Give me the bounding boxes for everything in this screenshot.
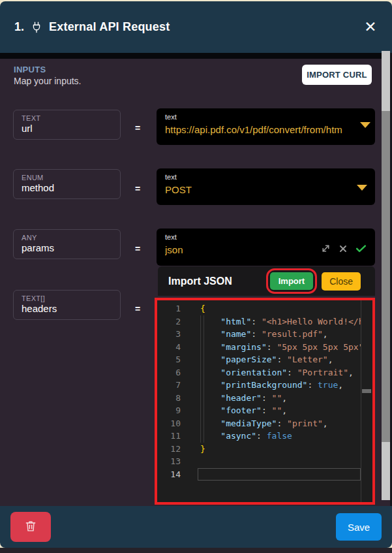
line-code[interactable]: "footer": "", [198,404,361,417]
line-number: 9 [157,404,181,417]
page-scrollbar-thumb[interactable] [382,111,390,442]
input-type-label: ANY [22,234,112,242]
line-number: 6 [157,366,181,379]
trash-icon [24,520,37,535]
step-number: 1. [14,20,24,34]
code-line[interactable]: 5 "paperSize": "Letter", [157,353,372,366]
confirm-check-icon[interactable] [355,242,367,257]
delete-button[interactable] [10,512,51,542]
modal-title: External API Request [49,20,170,34]
input-name-label: url [22,123,112,134]
line-code[interactable]: "async": false [198,430,361,443]
line-number: 8 [157,392,181,405]
line-number: 13 [157,455,181,468]
modal-footer: Save [0,506,392,548]
code-line[interactable]: 1{ [157,302,372,315]
dropdown-arrow-icon[interactable] [360,122,370,128]
close-panel-button[interactable]: Close [322,272,361,291]
editor-scrollbar-thumb[interactable] [362,389,371,393]
line-code[interactable]: { [198,302,361,315]
input-key-method[interactable]: ENUM method [13,169,121,199]
input-key-params[interactable]: ANY params [13,229,121,259]
value-type-label: text [165,173,367,181]
close-icon[interactable]: ✕ [361,17,380,37]
value-type-label: text [165,233,367,241]
input-value-params[interactable]: text json [157,229,375,266]
import-json-title: Import JSON [168,276,266,287]
import-curl-button[interactable]: IMPORT CURL [302,65,372,85]
input-type-label: TEXT[] [22,294,112,302]
line-number: 1 [157,302,181,315]
json-code-editor[interactable]: 1{2 "html": "<h1>Hello World!</h1>3 "nam… [155,298,375,505]
inputs-section-subtitle: Map your inputs. [14,76,82,86]
clear-icon[interactable] [338,244,348,257]
input-key-url[interactable]: TEXT url [13,110,121,140]
input-key-headers[interactable]: TEXT[] headers [13,290,121,320]
header-divider [0,53,392,59]
input-type-label: TEXT [22,114,112,122]
line-number: 3 [157,328,181,341]
indent-guide [200,315,201,443]
code-line[interactable]: 6 "orientation": "Portrait", [157,366,372,379]
line-code[interactable]: "margins": "5px 5px 5px 5px", [198,341,361,354]
equals-sign: = [132,244,143,254]
indent-guide [204,315,204,443]
code-line[interactable]: 8 "header": "", [157,392,372,405]
line-code[interactable]: "orientation": "Portrait", [198,366,361,379]
plug-icon [30,21,43,34]
editor-scrollbar-track [361,300,361,502]
page-scrollbar-track[interactable] [382,51,390,500]
code-lines: 1{2 "html": "<h1>Hello World!</h1>3 "nam… [157,302,372,481]
save-button[interactable]: Save [336,513,382,541]
dropdown-arrow-icon[interactable] [357,185,367,191]
input-value-url[interactable]: text https://api.pdf.co/v1/pdf/convert/f… [157,108,375,145]
line-code[interactable]: } [198,443,361,456]
line-code[interactable]: "printBackground": true, [198,379,361,392]
line-code[interactable]: "paperSize": "Letter", [198,353,361,366]
annotation-ring: Import [266,268,317,294]
value-type-label: text [165,113,367,121]
url-value[interactable]: https://api.pdf.co/v1/pdf/convert/from/h… [165,124,365,135]
equals-sign: = [132,183,143,194]
input-name-label: headers [22,303,112,314]
code-line[interactable]: 3 "name": "result.pdf", [157,328,372,341]
code-line[interactable]: 4 "margins": "5px 5px 5px 5px", [157,341,372,354]
line-number: 10 [157,417,181,430]
expand-icon[interactable] [320,243,331,257]
line-code[interactable]: "mediaType": "print", [198,417,361,430]
bottom-strip [0,548,392,553]
inputs-section-label: INPUTS [14,65,46,74]
line-code[interactable] [198,468,361,481]
line-number: 2 [157,315,181,328]
import-button[interactable]: Import [270,272,313,290]
input-type-label: ENUM [22,174,112,182]
equals-sign: = [132,304,143,314]
modal-header: 1. External API Request ✕ [0,1,392,53]
code-line[interactable]: 7 "printBackground": true, [157,379,372,392]
line-number: 5 [157,353,181,366]
code-line[interactable]: 12} [157,443,372,456]
line-code[interactable]: "header": "", [198,392,361,405]
line-number: 11 [157,430,181,443]
line-code[interactable]: "name": "result.pdf", [198,328,361,341]
line-number: 14 [157,468,181,481]
code-line[interactable]: 2 "html": "<h1>Hello World!</h1> [157,315,372,328]
code-line[interactable]: 10 "mediaType": "print", [157,417,372,430]
line-code[interactable]: "html": "<h1>Hello World!</h1> [198,315,361,328]
line-number: 7 [157,379,181,392]
code-line[interactable]: 11 "async": false [157,430,372,443]
line-number: 12 [157,443,181,456]
equals-sign: = [132,123,143,133]
method-value[interactable]: POST [165,184,365,195]
external-api-request-modal: 1. External API Request ✕ INPUTS Map you… [0,0,392,553]
code-line[interactable]: 14 [157,468,372,481]
line-number: 4 [157,341,181,354]
input-name-label: method [22,182,112,193]
code-line[interactable]: 9 "footer": "", [157,404,372,417]
input-name-label: params [22,242,112,253]
import-json-panel: Import JSON Import Close [158,266,375,296]
line-code[interactable] [198,455,361,468]
code-line[interactable]: 13 [157,455,372,468]
input-value-method[interactable]: text POST [157,168,375,205]
